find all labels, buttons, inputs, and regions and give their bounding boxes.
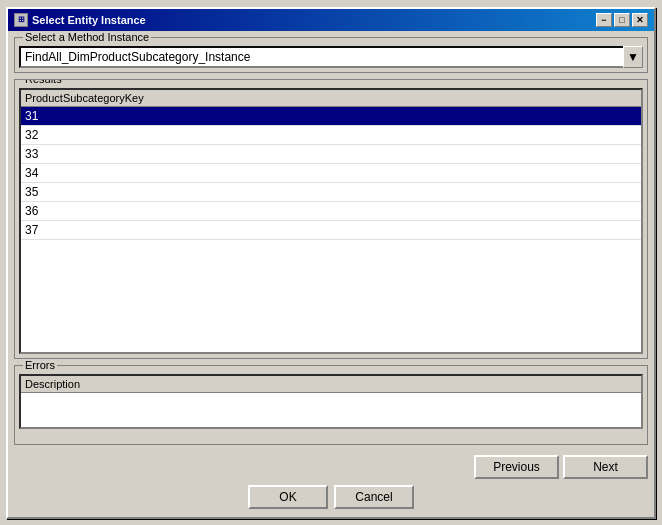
title-bar: ⊞ Select Entity Instance − □ ✕ — [8, 9, 654, 31]
errors-table: Description — [19, 374, 643, 429]
results-group-box: Results ProductSubcategoryKey 31 32 33 3… — [14, 79, 648, 359]
window-icon: ⊞ — [14, 13, 28, 27]
next-button[interactable]: Next — [563, 455, 648, 479]
select-entity-instance-window: ⊞ Select Entity Instance − □ ✕ Select a … — [6, 7, 656, 519]
dropdown-container: FindAll_DimProductSubcategory_Instance ▼ — [19, 46, 643, 68]
errors-group-box: Errors Description — [14, 365, 648, 445]
method-group-label: Select a Method Instance — [23, 31, 151, 43]
dropdown-wrapper: FindAll_DimProductSubcategory_Instance ▼ — [19, 46, 643, 68]
title-bar-left: ⊞ Select Entity Instance — [14, 13, 146, 27]
results-group-label: Results — [23, 79, 64, 85]
navigation-buttons: Previous Next — [8, 451, 654, 481]
window-title: Select Entity Instance — [32, 14, 146, 26]
method-dropdown[interactable]: FindAll_DimProductSubcategory_Instance — [19, 46, 643, 68]
results-column-header: ProductSubcategoryKey — [21, 90, 641, 107]
table-row[interactable]: 36 — [21, 202, 641, 221]
method-group-box: Select a Method Instance FindAll_DimProd… — [14, 37, 648, 73]
cancel-button[interactable]: Cancel — [334, 485, 414, 509]
errors-column-header: Description — [21, 376, 641, 393]
errors-group-label: Errors — [23, 359, 57, 371]
maximize-button[interactable]: □ — [614, 13, 630, 27]
table-row[interactable]: 32 — [21, 126, 641, 145]
content-area: Select a Method Instance FindAll_DimProd… — [8, 31, 654, 451]
minimize-button[interactable]: − — [596, 13, 612, 27]
close-button[interactable]: ✕ — [632, 13, 648, 27]
ok-button[interactable]: OK — [248, 485, 328, 509]
table-row[interactable]: 31 — [21, 107, 641, 126]
table-row[interactable]: 37 — [21, 221, 641, 240]
results-table[interactable]: ProductSubcategoryKey 31 32 33 34 35 36 … — [19, 88, 643, 354]
table-row[interactable]: 33 — [21, 145, 641, 164]
previous-button[interactable]: Previous — [474, 455, 559, 479]
table-row[interactable]: 35 — [21, 183, 641, 202]
action-buttons: OK Cancel — [8, 481, 654, 517]
title-buttons: − □ ✕ — [596, 13, 648, 27]
table-row[interactable]: 34 — [21, 164, 641, 183]
